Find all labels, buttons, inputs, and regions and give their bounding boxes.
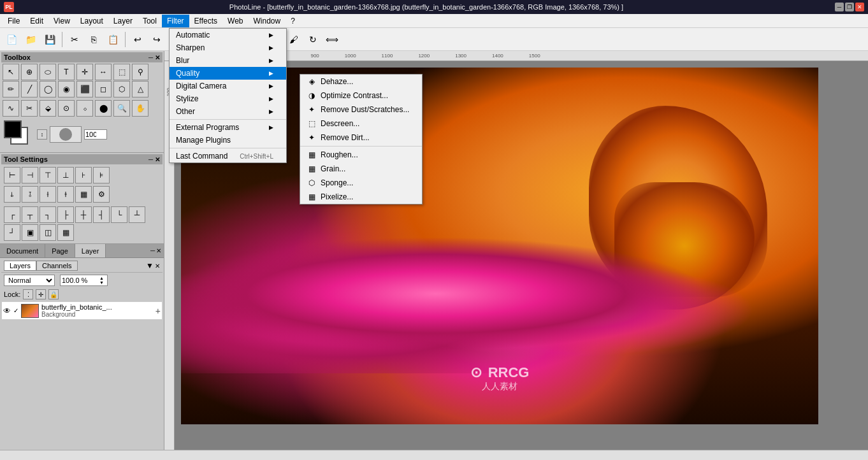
toolbox-close-btn[interactable]: ✕ bbox=[155, 54, 160, 61]
close-button[interactable]: ✕ bbox=[855, 3, 864, 11]
menu-help[interactable]: ? bbox=[286, 15, 300, 27]
toolbar-open[interactable]: 📁 bbox=[22, 31, 40, 48]
toolbar-new[interactable]: 📄 bbox=[3, 31, 20, 48]
menu-tool[interactable]: Tool bbox=[138, 15, 162, 27]
tool-diamond[interactable]: ⬦ bbox=[76, 100, 93, 117]
anchor-mr[interactable]: ┤ bbox=[93, 206, 110, 223]
layers-menu-btn[interactable]: ▼ bbox=[146, 261, 154, 270]
settings-gear[interactable]: ⚙ bbox=[93, 186, 110, 203]
dist-v[interactable]: ⫱ bbox=[22, 186, 38, 203]
menu-web[interactable]: Web bbox=[222, 15, 248, 27]
layer-visibility-toggle[interactable]: 👁 bbox=[3, 306, 11, 315]
layer-check[interactable]: ✓ bbox=[13, 307, 18, 314]
toolbar-undo[interactable]: ↩ bbox=[129, 31, 147, 48]
minimize-button[interactable]: ─ bbox=[835, 3, 844, 11]
menu-effects[interactable]: Effects bbox=[189, 15, 222, 27]
toolbar-copy[interactable]: ⎘ bbox=[85, 31, 103, 48]
tab-layers[interactable]: Layers bbox=[4, 261, 36, 271]
tool-rect-empty[interactable]: ◻ bbox=[95, 81, 112, 97]
lock-move-btn[interactable]: ✛ bbox=[36, 289, 46, 299]
tool-line[interactable]: ╱ bbox=[21, 81, 38, 97]
quality-roughen[interactable]: ▦ Roughen... bbox=[300, 148, 422, 162]
quality-remove-dust[interactable]: ✦ Remove Dust/Scratches... bbox=[300, 103, 422, 117]
anchor-tc[interactable]: ┬ bbox=[22, 206, 38, 223]
tool-hand[interactable]: ✋ bbox=[132, 100, 148, 117]
menu-layout[interactable]: Layout bbox=[75, 15, 108, 27]
toolbar-paste[interactable]: 📋 bbox=[104, 31, 122, 48]
panel-close-btn[interactable]: ✕ bbox=[156, 247, 161, 254]
filter-manage-plugins[interactable]: Manage Plugins bbox=[170, 134, 286, 147]
anchor-bc[interactable]: ┴ bbox=[129, 206, 145, 223]
tool-target[interactable]: ◉ bbox=[58, 81, 75, 97]
toolbar-rotate[interactable]: ↻ bbox=[304, 31, 322, 48]
tool-settings-close-btn[interactable]: ✕ bbox=[155, 156, 160, 163]
filter-blur[interactable]: Blur ▶ bbox=[170, 54, 286, 67]
tab-channels[interactable]: Channels bbox=[36, 261, 77, 271]
anchor-grid[interactable]: ▦ bbox=[57, 224, 74, 241]
filter-stylize[interactable]: Stylize ▶ bbox=[170, 92, 286, 105]
filter-automatic[interactable]: Automatic ▶ bbox=[170, 29, 286, 41]
layer-item-butterfly[interactable]: 👁 ✓ butterfly_in_botanic_... Background … bbox=[1, 301, 163, 320]
quality-optimize-contrast[interactable]: ◑ Optimize Contrast... bbox=[300, 89, 422, 103]
menu-filter[interactable]: Filter bbox=[162, 15, 189, 27]
tool-poly[interactable]: ⬡ bbox=[113, 81, 130, 97]
filter-last-command[interactable]: Last Command Ctrl+Shift+L bbox=[170, 150, 286, 162]
quality-grain[interactable]: ▦ Grain... bbox=[300, 162, 422, 176]
menu-layer[interactable]: Layer bbox=[108, 15, 138, 27]
align-center-v[interactable]: ⊦ bbox=[75, 167, 92, 183]
anchor-tl[interactable]: ┌ bbox=[4, 206, 20, 223]
tool-move[interactable]: ✛ bbox=[76, 64, 93, 80]
align-left[interactable]: ⊢ bbox=[4, 167, 20, 183]
quality-pixelize[interactable]: ▦ Pixelize... bbox=[300, 190, 422, 204]
anchor-center[interactable]: ◫ bbox=[40, 224, 56, 241]
menu-file[interactable]: File bbox=[3, 15, 25, 27]
toolbar-flip[interactable]: ⟺ bbox=[323, 31, 341, 48]
anchor-full[interactable]: ▣ bbox=[22, 224, 38, 241]
toolbar-cut[interactable]: ✂ bbox=[66, 31, 83, 48]
lock-all-btn[interactable]: 🔒 bbox=[48, 289, 59, 299]
tool-triangle[interactable]: △ bbox=[132, 81, 148, 97]
filter-sharpen[interactable]: Sharpen ▶ bbox=[170, 41, 286, 54]
tool-brush[interactable]: ∿ bbox=[3, 100, 19, 117]
anchor-mc[interactable]: ┼ bbox=[75, 206, 92, 223]
lock-dots-btn[interactable]: ⁚ bbox=[23, 289, 33, 299]
tool-pencil[interactable]: ✏ bbox=[3, 81, 19, 97]
toolbox-minimize-btn[interactable]: ─ bbox=[148, 54, 153, 61]
align-top[interactable]: ⊥ bbox=[57, 167, 74, 183]
quality-descreen[interactable]: ⬚ Descreen... bbox=[300, 117, 422, 131]
tool-arrow[interactable]: ↖ bbox=[3, 64, 19, 80]
anchor-bl[interactable]: └ bbox=[111, 206, 127, 223]
filter-quality[interactable]: Quality ▶ bbox=[170, 67, 286, 80]
anchor-tr[interactable]: ┐ bbox=[40, 206, 56, 223]
tool-eraser[interactable]: ⬙ bbox=[40, 100, 56, 117]
tool-zoom[interactable]: 🔍 bbox=[113, 100, 130, 117]
grid-tool[interactable]: ▦ bbox=[75, 186, 92, 203]
toolbar-save[interactable]: 💾 bbox=[41, 31, 59, 48]
tool-select[interactable]: ⊕ bbox=[21, 64, 38, 80]
tool-transform[interactable]: ↔ bbox=[95, 64, 112, 80]
toolbar-color2[interactable]: 🖌 bbox=[285, 31, 303, 48]
filter-external-programs[interactable]: External Programs ▶ bbox=[170, 121, 286, 134]
anchor-br[interactable]: ┘ bbox=[4, 224, 20, 241]
menu-view[interactable]: View bbox=[48, 15, 75, 27]
tool-lasso[interactable]: ⬭ bbox=[40, 64, 56, 80]
tool-crop[interactable]: ⬚ bbox=[113, 64, 130, 80]
tab-page[interactable]: Page bbox=[45, 244, 75, 257]
tool-text[interactable]: T bbox=[58, 64, 75, 80]
brush-size-input[interactable] bbox=[84, 129, 107, 140]
dist-space[interactable]: ⫳ bbox=[57, 186, 74, 203]
toolbar-redo[interactable]: ↪ bbox=[148, 31, 166, 48]
tool-bucket[interactable]: ⊙ bbox=[58, 100, 75, 117]
tool-circle[interactable]: ◯ bbox=[40, 81, 56, 97]
filter-other[interactable]: Other ▶ bbox=[170, 105, 286, 118]
menu-window[interactable]: Window bbox=[249, 15, 286, 27]
restore-button[interactable]: ❐ bbox=[845, 3, 854, 11]
tool-rect-fill[interactable]: ⬛ bbox=[76, 81, 93, 97]
add-layer-btn[interactable]: + bbox=[156, 306, 161, 316]
quality-remove-dirt[interactable]: ✦ Remove Dirt... bbox=[300, 131, 422, 145]
filter-digital-camera[interactable]: Digital Camera ▶ bbox=[170, 80, 286, 92]
quality-sponge[interactable]: ⬡ Sponge... bbox=[300, 176, 422, 190]
align-right[interactable]: ⊤ bbox=[40, 167, 56, 183]
layers-close-btn[interactable]: ✕ bbox=[155, 262, 160, 270]
opacity-up-btn[interactable]: ▲ bbox=[99, 276, 106, 280]
